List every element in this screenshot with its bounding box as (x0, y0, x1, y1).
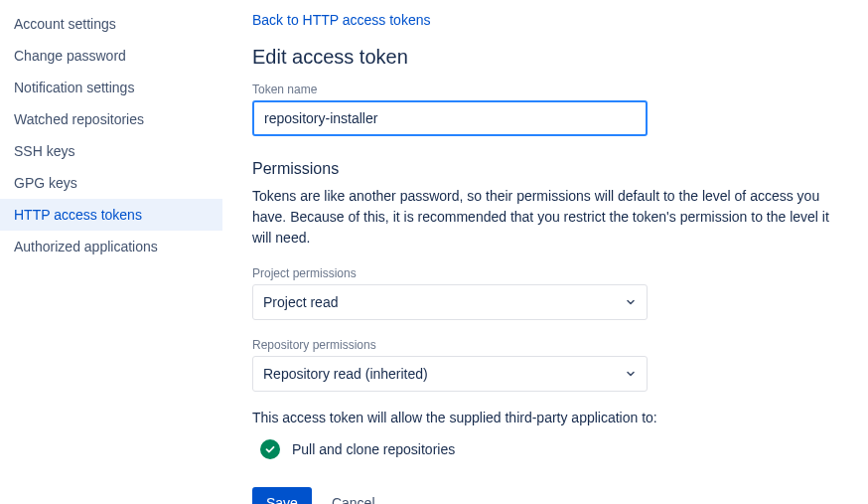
page-title: Edit access token (252, 46, 868, 69)
sidebar-item-watched-repositories[interactable]: Watched repositories (0, 103, 222, 135)
sidebar-item-account-settings[interactable]: Account settings (0, 8, 222, 40)
sidebar-item-http-access-tokens[interactable]: HTTP access tokens (0, 199, 222, 231)
button-row: Save Cancel (252, 487, 868, 504)
permissions-description: Tokens are like another password, so the… (252, 186, 848, 249)
token-name-label: Token name (252, 83, 868, 96)
permission-item-text: Pull and clone repositories (292, 441, 455, 457)
repository-permissions-select[interactable]: Repository read (inherited) (252, 356, 648, 392)
main-content: Back to HTTP access tokens Edit access t… (222, 0, 868, 504)
back-link[interactable]: Back to HTTP access tokens (252, 12, 430, 28)
permission-row: Pull and clone repositories (252, 439, 868, 459)
permissions-heading: Permissions (252, 160, 868, 178)
save-button[interactable]: Save (252, 487, 312, 504)
repository-permissions-label: Repository permissions (252, 338, 868, 352)
project-permissions-value: Project read (263, 294, 338, 310)
cancel-button[interactable]: Cancel (332, 495, 375, 504)
sidebar: Account settings Change password Notific… (0, 0, 222, 504)
project-permissions-select[interactable]: Project read (252, 284, 648, 320)
token-name-input[interactable] (252, 100, 648, 136)
check-circle-icon (260, 439, 280, 459)
sidebar-item-change-password[interactable]: Change password (0, 40, 222, 72)
sidebar-item-notification-settings[interactable]: Notification settings (0, 72, 222, 103)
sidebar-item-authorized-applications[interactable]: Authorized applications (0, 231, 222, 262)
repository-permissions-value: Repository read (inherited) (263, 366, 428, 382)
allow-text: This access token will allow the supplie… (252, 410, 868, 425)
sidebar-item-ssh-keys[interactable]: SSH keys (0, 135, 222, 167)
chevron-down-icon (625, 368, 637, 380)
sidebar-item-gpg-keys[interactable]: GPG keys (0, 167, 222, 199)
project-permissions-label: Project permissions (252, 266, 868, 280)
chevron-down-icon (625, 296, 637, 308)
